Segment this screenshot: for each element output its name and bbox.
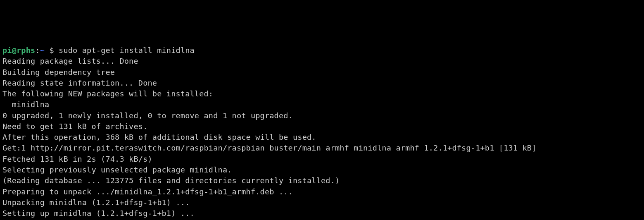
output-line: 0 upgraded, 1 newly installed, 0 to remo… (2, 111, 293, 120)
prompt-host: rphs (17, 46, 35, 55)
output-line: After this operation, 368 kB of addition… (2, 133, 316, 141)
output-line: Fetched 131 kB in 2s (74.3 kB/s) (2, 155, 152, 163)
prompt-dollar: $ (45, 46, 59, 55)
output-line: The following NEW packages will be insta… (2, 89, 213, 98)
output-line: Setting up minidlna (1.2.1+dfsg-1+b1) ..… (2, 209, 195, 218)
output-line: (Reading database ... 123775 files and d… (2, 176, 340, 185)
output-line: Need to get 131 kB of archives. (2, 122, 147, 131)
output-line: Get:1 http://mirror.pit.teraswitch.com/r… (2, 143, 537, 152)
output-line: Reading state information... Done (2, 79, 157, 87)
output-line: minidlna (2, 100, 49, 109)
prompt-line: pi@rphs:~ $ sudo apt-get install minidln… (2, 46, 195, 55)
prompt-user: pi (2, 46, 12, 55)
terminal[interactable]: pi@rphs:~ $ sudo apt-get install minidln… (2, 45, 642, 220)
output-line: Building dependency tree (2, 68, 115, 77)
prompt-at: @ (12, 46, 17, 55)
prompt-colon: : (35, 46, 40, 55)
prompt-path: ~ (40, 46, 45, 55)
typed-command: sudo apt-get install minidlna (59, 46, 195, 55)
output-line: Reading package lists... Done (2, 57, 138, 65)
output-line: Preparing to unpack .../minidlna_1.2.1+d… (2, 187, 293, 196)
output-line: Unpacking minidlna (1.2.1+dfsg-1+b1) ... (2, 198, 190, 207)
output-line: Selecting previously unselected package … (2, 165, 232, 174)
